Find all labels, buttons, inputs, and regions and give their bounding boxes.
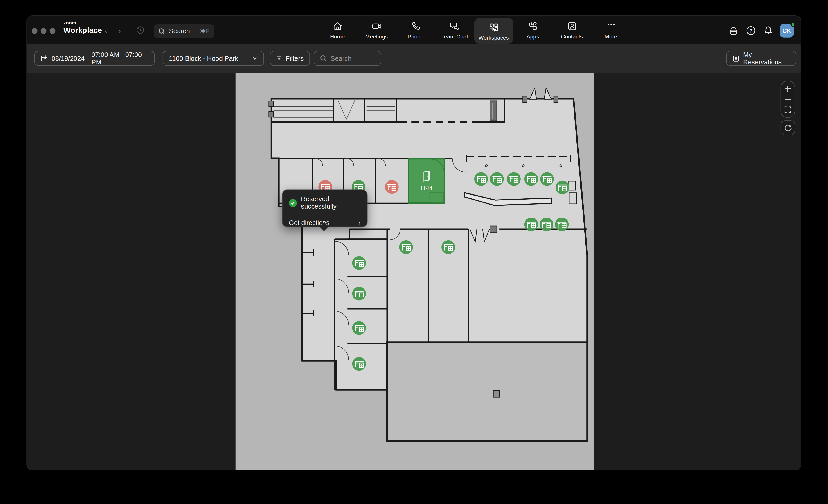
tab-team-chat[interactable]: Team Chat bbox=[435, 16, 474, 44]
apps-icon bbox=[527, 20, 538, 31]
desk-marker-available[interactable] bbox=[352, 321, 366, 335]
map-refresh-button[interactable] bbox=[781, 120, 795, 135]
window-zoom-button[interactable] bbox=[50, 28, 55, 34]
right-fixtures bbox=[568, 181, 577, 204]
desk-marker-available[interactable] bbox=[507, 172, 521, 186]
more-icon bbox=[606, 20, 617, 31]
floor-plan-canvas[interactable]: 1144 bbox=[236, 73, 594, 470]
search-icon bbox=[158, 28, 165, 35]
filter-icon bbox=[276, 55, 282, 62]
search-label: Search bbox=[169, 28, 190, 35]
filter-toolbar: 08/19/2024 07:00 AM - 07:00 PM 1100 Bloc… bbox=[27, 44, 800, 73]
meetings-icon bbox=[371, 20, 382, 31]
tab-meetings[interactable]: Meetings bbox=[357, 16, 396, 44]
chevron-right-icon: › bbox=[359, 219, 361, 226]
map-zoom-controls bbox=[781, 81, 795, 118]
zoom-out-button[interactable] bbox=[784, 96, 792, 103]
my-reservations-label: My Reservations bbox=[743, 51, 790, 66]
global-search-input[interactable]: Search ⌘F bbox=[154, 24, 214, 38]
home-icon bbox=[332, 20, 343, 31]
reservations-list-icon bbox=[732, 55, 739, 62]
app-window: zoom Workplace ‹ › Search ⌘F Home bbox=[26, 15, 801, 470]
reservation-status-text: Reserved successfully bbox=[301, 195, 361, 210]
reservation-popover: Reserved successfully Get directions › bbox=[282, 190, 367, 227]
desk-marker-available[interactable] bbox=[442, 240, 455, 254]
window-close-button[interactable] bbox=[32, 28, 38, 34]
desk-marker-available[interactable] bbox=[490, 172, 504, 186]
map-search-input[interactable]: Search bbox=[314, 51, 381, 66]
wall-marker bbox=[490, 226, 497, 233]
desk-marker-available[interactable] bbox=[352, 357, 366, 371]
desk-marker-available[interactable] bbox=[555, 218, 569, 231]
tab-contacts[interactable]: Contacts bbox=[552, 16, 591, 44]
location-value: 1100 Block - Hood Park bbox=[169, 55, 238, 62]
phone-icon bbox=[410, 20, 421, 31]
app-logo: zoom Workplace bbox=[64, 21, 102, 34]
contacts-icon bbox=[566, 20, 577, 31]
date-value: 08/19/2024 bbox=[51, 55, 85, 62]
location-dropdown[interactable]: 1100 Block - Hood Park bbox=[163, 51, 264, 66]
team-chat-icon bbox=[449, 20, 460, 31]
main-nav: Home Meetings Phone Team Chat bbox=[318, 16, 630, 44]
column-marker bbox=[493, 391, 499, 397]
logo-zoom: zoom bbox=[64, 21, 102, 26]
tab-apps[interactable]: Apps bbox=[513, 16, 552, 44]
time-range-value: 07:00 AM - 07:00 PM bbox=[92, 51, 149, 66]
calendar-icon bbox=[41, 54, 48, 62]
cursor-icon bbox=[492, 26, 498, 33]
titlebar-right-icons: ? CK bbox=[728, 24, 794, 38]
tab-more[interactable]: More bbox=[591, 16, 631, 44]
desk-marker-available[interactable] bbox=[540, 218, 553, 231]
desk-marker-available[interactable] bbox=[555, 181, 569, 195]
large-room bbox=[387, 342, 587, 441]
map-area: 1144 bbox=[27, 73, 800, 470]
title-bar: zoom Workplace ‹ › Search ⌘F Home bbox=[27, 16, 800, 44]
floor-plan: 1144 bbox=[236, 73, 594, 470]
search-shortcut: ⌘F bbox=[200, 28, 209, 35]
svg-text:?: ? bbox=[749, 28, 752, 34]
status-online-dot bbox=[790, 22, 795, 27]
map-search-placeholder: Search bbox=[331, 55, 351, 62]
tab-phone[interactable]: Phone bbox=[396, 16, 435, 44]
success-check-icon bbox=[289, 199, 297, 207]
date-time-picker[interactable]: 08/19/2024 07:00 AM - 07:00 PM bbox=[34, 51, 155, 66]
desk-marker-available[interactable] bbox=[540, 172, 554, 186]
fullscreen-button[interactable] bbox=[784, 106, 792, 114]
desk-marker-available[interactable] bbox=[352, 256, 366, 270]
reservation-status-row: Reserved successfully bbox=[283, 190, 367, 214]
desk-marker-available[interactable] bbox=[524, 172, 538, 186]
filters-label: Filters bbox=[286, 55, 304, 62]
notifications-bell-icon[interactable] bbox=[762, 25, 774, 36]
connect-device-icon[interactable] bbox=[728, 25, 739, 36]
filters-button[interactable]: Filters bbox=[270, 51, 310, 66]
forward-icon[interactable]: › bbox=[118, 26, 121, 34]
desk-marker-available[interactable] bbox=[474, 172, 488, 186]
chevron-down-icon bbox=[252, 55, 258, 61]
desk-marker-available[interactable] bbox=[524, 218, 538, 231]
room-label: 1144 bbox=[420, 185, 432, 191]
desk-marker-unavailable[interactable] bbox=[385, 180, 399, 194]
logo-workplace: Workplace bbox=[64, 26, 102, 34]
help-icon[interactable]: ? bbox=[745, 25, 757, 36]
account-avatar[interactable]: CK bbox=[780, 24, 794, 38]
my-reservations-button[interactable]: My Reservations bbox=[726, 51, 796, 66]
back-icon[interactable]: ‹ bbox=[105, 26, 107, 34]
room-1144[interactable]: 1144 bbox=[408, 159, 444, 203]
window-minimize-button[interactable] bbox=[41, 28, 47, 34]
history-icon[interactable] bbox=[136, 26, 145, 36]
zoom-in-button[interactable] bbox=[784, 85, 792, 92]
tab-home[interactable]: Home bbox=[318, 16, 357, 44]
desk-marker-available[interactable] bbox=[399, 240, 413, 254]
refresh-icon bbox=[784, 124, 792, 132]
desk-marker-available[interactable] bbox=[352, 287, 366, 300]
tab-workspaces[interactable]: Workspaces bbox=[474, 18, 513, 44]
screen: zoom Workplace ‹ › Search ⌘F Home bbox=[0, 0, 828, 504]
search-icon bbox=[320, 55, 327, 62]
elevator-shaft bbox=[490, 101, 497, 121]
